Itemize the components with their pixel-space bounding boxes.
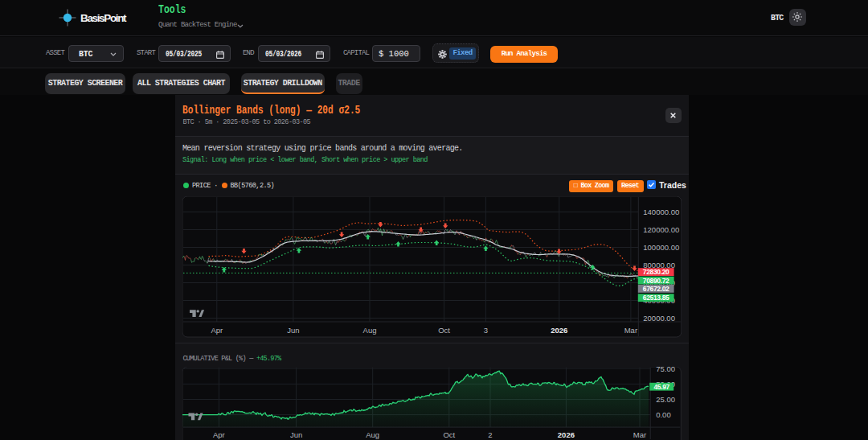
svg-text:Oct: Oct [438,326,450,335]
svg-text:100000.00: 100000.00 [643,243,679,252]
svg-text:45.97: 45.97 [653,383,669,391]
svg-text:67672.02: 67672.02 [642,285,669,293]
svg-text:Apr: Apr [211,326,223,335]
svg-text:Mar: Mar [624,326,637,335]
svg-text:120000.00: 120000.00 [643,225,679,234]
svg-text:3: 3 [483,326,487,335]
svg-text:2: 2 [488,430,492,439]
svg-text:25.00: 25.00 [656,395,675,404]
svg-text:62513.85: 62513.85 [642,294,669,302]
svg-text:Mar: Mar [633,430,646,439]
svg-text:Oct: Oct [443,430,455,439]
svg-text:0.00: 0.00 [656,410,671,419]
svg-text:75.00: 75.00 [656,367,675,373]
svg-text:Jun: Jun [287,326,299,335]
svg-text:Jun: Jun [290,430,302,439]
svg-text:140000.00: 140000.00 [643,208,679,216]
svg-text:Apr: Apr [213,430,225,439]
svg-text:Aug: Aug [366,430,379,439]
svg-text:72830.20: 72830.20 [642,268,669,276]
svg-text:2026: 2026 [558,430,575,439]
svg-text:2026: 2026 [551,326,567,335]
svg-text:Aug: Aug [362,326,376,335]
svg-text:20000.00: 20000.00 [643,314,675,323]
svg-text:70890.72: 70890.72 [642,277,669,285]
